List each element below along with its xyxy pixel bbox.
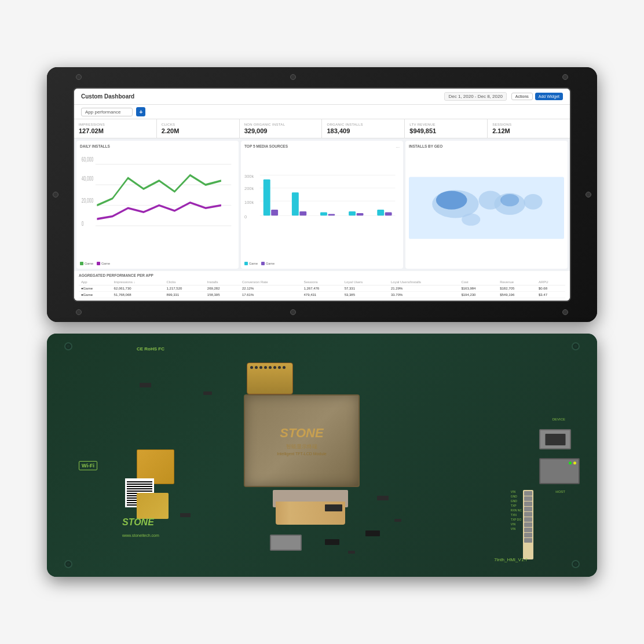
chip-subtitle-label: Intelligent TFT-LCD Module — [277, 452, 326, 456]
actions-button[interactable]: Actions — [511, 93, 533, 100]
pcb-brand-label: STONE — [122, 517, 154, 528]
cell-clk-0: 1,217,520 — [164, 286, 205, 292]
cell-arpu-1: $3.47 — [536, 292, 565, 298]
pcb-label-vcc: VIN — [511, 490, 522, 493]
connector-pin — [259, 366, 262, 369]
dashboard-title: Custom Dashboard — [81, 93, 134, 100]
bar-chart-area: 300k 200k 100k 0 — [244, 151, 400, 260]
cell-loyal-0: 57,331 — [342, 286, 389, 292]
connector-pin — [255, 366, 258, 369]
hole — [290, 74, 296, 80]
top5-media-title: TOP 5 MEDIA SOURCES — [244, 144, 288, 148]
cell-app-0: ●Game — [79, 286, 112, 292]
col-installs[interactable]: Installs — [205, 279, 240, 286]
smd-component — [377, 496, 389, 500]
ethernet-port — [539, 458, 580, 484]
cell-cost-0: $163,984 — [459, 286, 497, 292]
cell-lr-1: 33.70% — [389, 292, 459, 298]
cell-rev-0: $182,705 — [497, 286, 536, 292]
date-range: Dec 1, 2020 - Dec 8, 2020 — [444, 92, 506, 101]
kpi-label-1: CLICKS — [162, 123, 235, 126]
col-loyal[interactable]: Loyal Users — [342, 279, 389, 286]
table-title: AGGREGATED PERFORMANCE PER APP — [79, 273, 565, 277]
lcd-device: Custom Dashboard Dec 1, 2020 - Dec 8, 20… — [47, 67, 597, 322]
top-connector — [247, 363, 293, 394]
main-container: Custom Dashboard Dec 1, 2020 - Dec 8, 20… — [0, 0, 644, 644]
svg-text:0: 0 — [82, 219, 84, 228]
col-sessions[interactable]: Sessions — [301, 279, 342, 286]
kpi-impressions: IMPRESSIONS 127.02M — [74, 119, 157, 138]
kpi-label-0: IMPRESSIONS — [79, 123, 152, 126]
kpi-label-3: ORGANIC INSTALLS — [327, 123, 400, 126]
hole — [562, 309, 568, 315]
col-cost[interactable]: Cost — [459, 279, 497, 286]
pcb-right-labels: VIN GND GND TXP RXN NC TXN TXP DO VIN VI… — [511, 490, 522, 530]
add-button[interactable]: + — [136, 107, 145, 116]
app-performance-dropdown[interactable]: App performance — [81, 108, 133, 116]
pcb-label-txp: TXP — [511, 504, 522, 507]
cell-conv-0: 22.12% — [240, 286, 302, 292]
hole — [562, 74, 568, 80]
smd-component — [394, 519, 401, 522]
cell-sess-1: 479,431 — [301, 292, 342, 298]
svg-text:200k: 200k — [244, 186, 254, 191]
pcb-label-gnd2: GND — [511, 499, 522, 503]
terminal-pin — [524, 538, 532, 543]
col-loyal-rate[interactable]: Loyal Users/Installs — [389, 279, 459, 286]
kpi-clicks: CLICKS 2.20M — [157, 119, 240, 138]
more-icon[interactable]: ··· — [396, 145, 400, 150]
pcb-label-vin2: VIN — [511, 522, 522, 526]
col-revenue[interactable]: Revenue — [497, 279, 536, 286]
col-clicks[interactable]: Clicks — [164, 279, 205, 286]
svg-rect-19 — [299, 211, 306, 215]
svg-rect-16 — [264, 180, 270, 216]
installs-geo-chart: INSTALLS BY GEO — [405, 141, 568, 269]
version-label: 7Inth_HMI_V1.7 — [494, 557, 528, 562]
table-section: AGGREGATED PERFORMANCE PER APP App Impre… — [74, 271, 570, 301]
usb-slot — [545, 434, 565, 445]
svg-text:40,000: 40,000 — [82, 174, 93, 182]
cell-sess-0: 1,267,476 — [301, 286, 342, 292]
svg-rect-20 — [320, 212, 327, 215]
screen-content: Custom Dashboard Dec 1, 2020 - Dec 8, 20… — [74, 89, 570, 301]
svg-text:300k: 300k — [244, 174, 254, 179]
col-conv[interactable]: Conversion Rate — [240, 279, 302, 286]
pcb-label-vin3: VIN — [511, 527, 522, 530]
stone-main-chip: STONE 智能显示终端 Intelligent TFT-LCD Module — [244, 394, 360, 487]
hole — [586, 192, 591, 197]
cert-area: CE RoHS FC — [137, 346, 164, 352]
kpi-value-5: 2.12M — [492, 127, 565, 134]
connector-pin — [269, 366, 272, 369]
terminal-pin — [524, 517, 532, 522]
bottom-usb-port — [270, 535, 302, 551]
terminal-pin — [524, 528, 532, 532]
legend-game1-dot — [80, 262, 83, 265]
line-chart-legend: Game Game — [80, 262, 235, 265]
usb-port — [539, 429, 571, 449]
smd-component — [140, 383, 151, 387]
table-row: ●Game 51,768,068 899,331 158,395 17.61% … — [79, 292, 565, 298]
svg-rect-23 — [357, 213, 364, 215]
pcb-hole — [64, 560, 72, 568]
dashboard-subheader: App performance + — [74, 105, 570, 119]
line-chart-area: 60,000 40,000 20,000 0 — [80, 151, 235, 260]
world-map-svg — [409, 151, 564, 265]
legend-game2-label: Game — [101, 262, 110, 265]
daily-installs-title: DAILY INSTALLS — [80, 144, 235, 148]
svg-rect-22 — [349, 211, 356, 215]
cell-conv-1: 17.61% — [240, 292, 302, 298]
line-chart-svg: 60,000 40,000 20,000 0 — [80, 151, 235, 260]
pcb-label-rxn: RXN NC — [511, 508, 522, 512]
col-impressions[interactable]: Impressions ↓ — [112, 279, 164, 286]
col-app[interactable]: App — [79, 279, 112, 286]
col-arpu[interactable]: ARPU — [536, 279, 565, 286]
add-widget-button[interactable]: Add Widget — [535, 93, 563, 100]
gold-pad — [137, 493, 169, 519]
terminal-block — [523, 490, 533, 559]
chip-chinese-label: 智能显示终端 — [286, 443, 317, 451]
top5-media-chart: TOP 5 MEDIA SOURCES ··· 300k 200k 100k 0 — [241, 141, 403, 269]
cell-imp-0: 62,061,730 — [112, 286, 164, 292]
cell-clk-1: 899,331 — [164, 292, 205, 298]
svg-rect-21 — [328, 214, 335, 215]
pcb-hole — [572, 342, 580, 350]
